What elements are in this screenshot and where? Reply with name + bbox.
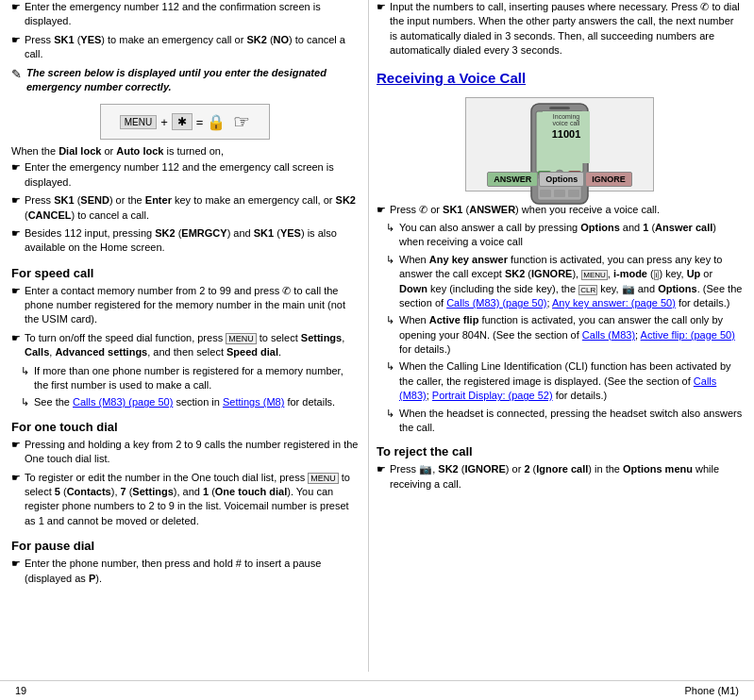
after-image-paragraph: When the Dial lock or Auto lock is turne… xyxy=(11,145,359,157)
hand-icon: ☞ xyxy=(233,110,250,133)
pause-dial-text-1: Enter the phone number, then press and h… xyxy=(25,557,359,586)
answer-bullet-icon-1: ☛ xyxy=(377,203,390,217)
menu-image-box: MENU + ✱ = 🔒 ☞ xyxy=(100,104,270,140)
speed-call-sub-2: ↳ See the Calls (M83) (page 50) section … xyxy=(11,395,359,409)
section-label: Phone (M1) xyxy=(685,685,739,696)
svg-rect-2 xyxy=(549,107,570,109)
left-column: ☛ Enter the emergency number 112 and the… xyxy=(0,0,368,672)
speed-call-text-1: Enter a contact memory number from 2 to … xyxy=(25,284,359,327)
phone-screen: Incoming voice call 11001 xyxy=(543,111,590,163)
pause-dial-bullet-1: ☛ Enter the phone number, then press and… xyxy=(11,557,359,586)
equals-sign: = xyxy=(196,115,204,129)
note-item-1: ✎ The screen below is displayed until yo… xyxy=(11,66,359,95)
menu-key: MENU xyxy=(120,115,157,129)
reject-bullet-icon-1: ☛ xyxy=(377,462,390,492)
one-touch-text-1: Pressing and holding a key from 2 to 9 c… xyxy=(25,438,359,467)
sub-icon-a1: ↳ xyxy=(386,221,399,250)
sub-icon-a4: ↳ xyxy=(386,359,399,403)
answer-sub-text-5: When the headset is connected, pressing … xyxy=(399,407,743,436)
bullet-icon-3: ☛ xyxy=(11,160,25,190)
lock-icon: 🔒 xyxy=(207,113,226,131)
calls-link-1[interactable]: Calls (M83) (page 50) xyxy=(73,396,173,408)
speed-call-bullet-icon-1: ☛ xyxy=(11,284,25,327)
reject-text-1: Press 📷, SK2 (IGNORE) or 2 (Ignore call)… xyxy=(390,462,743,492)
answer-sub-3: ↳ When Active flip function is activated… xyxy=(377,313,743,357)
svg-rect-9 xyxy=(568,190,579,197)
note-icon-1: ✎ xyxy=(11,66,26,95)
answer-sub-text-1: You can also answer a call by pressing O… xyxy=(399,221,743,250)
speed-call-heading: For speed call xyxy=(11,266,359,280)
one-touch-bullet-icon-1: ☛ xyxy=(11,438,25,467)
bullet-icon-5: ☛ xyxy=(11,226,25,256)
answer-bullet-1: ☛ Press ✆ or SK1 (ANSWER) when you recei… xyxy=(377,203,743,217)
bullet-text-1: Enter the emergency number 112 and the c… xyxy=(25,0,359,29)
answer-sub-text-3: When Active flip function is activated, … xyxy=(399,313,743,357)
phone-screen-buttons: ANSWER Options IGNORE xyxy=(470,172,649,187)
speed-call-text-2: To turn on/off the speed dial function, … xyxy=(25,331,359,360)
answer-sub-5: ↳ When the headset is connected, pressin… xyxy=(377,407,743,436)
options-button: Options xyxy=(539,172,584,187)
bullet-item-3: ☛ Enter the emergency number 112 and the… xyxy=(11,160,359,190)
settings-link-1[interactable]: Settings (M8) xyxy=(223,396,284,408)
ignore-button: IGNORE xyxy=(585,172,632,187)
speed-call-sub-text-1: If more than one phone number is registe… xyxy=(34,364,359,393)
note-text-1: The screen below is displayed until you … xyxy=(26,66,359,95)
bullet-item-1: ☛ Enter the emergency number 112 and the… xyxy=(11,0,359,29)
portrait-link[interactable]: Portrait Display: (page 52) xyxy=(432,390,553,401)
active-flip-link[interactable]: Active flip: (page 50) xyxy=(641,329,735,341)
bullet-icon-2: ☛ xyxy=(11,33,25,62)
bullet-item-4: ☛ Press SK1 (SEND) or the Enter key to m… xyxy=(11,193,359,223)
svg-rect-8 xyxy=(554,190,565,197)
bullet-icon-4: ☛ xyxy=(11,193,25,223)
bullet-text-2: Press SK1 (YES) to make an emergency cal… xyxy=(25,33,359,62)
answer-sub-4: ↳ When the Calling Line Identification (… xyxy=(377,359,743,403)
any-key-link[interactable]: Any key answer: (page 50) xyxy=(552,297,676,308)
page-footer: 19 Phone (M1) xyxy=(0,680,754,700)
answer-sub-1: ↳ You can also answer a call by pressing… xyxy=(377,221,743,250)
calls-link-2[interactable]: Calls (M83) (page 50) xyxy=(446,297,546,308)
one-touch-dial-heading: For one touch dial xyxy=(11,420,359,434)
incoming-call-title: Incoming voice call xyxy=(545,113,588,126)
speed-call-sub-text-2: See the Calls (M83) (page 50) section in… xyxy=(34,395,359,409)
receiving-voice-call-heading: Receiving a Voice Call xyxy=(377,70,743,86)
speed-call-bullet-1: ☛ Enter a contact memory number from 2 t… xyxy=(11,284,359,327)
answer-sub-text-4: When the Calling Line Identification (CL… xyxy=(399,359,743,403)
svg-rect-7 xyxy=(540,190,551,197)
one-touch-bullet-1: ☛ Pressing and holding a key from 2 to 9… xyxy=(11,438,359,467)
page-number: 19 xyxy=(15,685,26,696)
sub-icon-a2: ↳ xyxy=(386,253,399,311)
input-bullet-1: ☛ Input the numbers to call, inserting p… xyxy=(377,0,743,58)
sub-icon-a3: ↳ xyxy=(386,313,399,357)
speed-call-bullet-icon-2: ☛ xyxy=(11,331,25,360)
one-touch-bullet-2: ☛ To register or edit the number in the … xyxy=(11,471,359,529)
plus-sign: + xyxy=(160,115,168,129)
sub-icon-a5: ↳ xyxy=(386,407,399,436)
right-column: ☛ Input the numbers to call, inserting p… xyxy=(368,0,754,672)
input-bullet-icon-1: ☛ xyxy=(377,0,390,58)
menu-image-inner: MENU + ✱ = 🔒 ☞ xyxy=(110,110,260,133)
bullet-text-3: Enter the emergency number 112 and the e… xyxy=(25,160,359,190)
one-touch-bullet-icon-2: ☛ xyxy=(11,471,25,529)
reject-bullet-1: ☛ Press 📷, SK2 (IGNORE) or 2 (Ignore cal… xyxy=(377,462,743,492)
pause-dial-heading: For pause dial xyxy=(11,539,359,553)
star-key: ✱ xyxy=(172,113,193,130)
answer-sub-text-2: When Any key answer function is activate… xyxy=(399,253,743,311)
phone-image-box: Incoming voice call 11001 ANSWER Options… xyxy=(465,97,654,192)
answer-button: ANSWER xyxy=(487,172,538,187)
bullet-item-2: ☛ Press SK1 (YES) to make an emergency c… xyxy=(11,33,359,62)
bullet-icon-1: ☛ xyxy=(11,0,25,29)
speed-call-sub-1: ↳ If more than one phone number is regis… xyxy=(11,364,359,393)
one-touch-text-2: To register or edit the number in the On… xyxy=(25,471,359,529)
calls-link-3[interactable]: Calls (M83) xyxy=(582,329,635,341)
answer-sub-2: ↳ When Any key answer function is activa… xyxy=(377,253,743,311)
sub-icon-1: ↳ xyxy=(21,364,34,393)
reject-call-heading: To reject the call xyxy=(377,444,743,458)
input-text-1: Input the numbers to call, inserting pau… xyxy=(390,0,743,58)
answer-text-1: Press ✆ or SK1 (ANSWER) when you receive… xyxy=(390,203,743,217)
bullet-text-4: Press SK1 (SEND) or the Enter key to mak… xyxy=(25,193,359,223)
pause-dial-bullet-icon-1: ☛ xyxy=(11,557,25,586)
bullet-item-5: ☛ Besides 112 input, pressing SK2 (EMRGC… xyxy=(11,226,359,256)
speed-call-bullet-2: ☛ To turn on/off the speed dial function… xyxy=(11,331,359,360)
bullet-text-5: Besides 112 input, pressing SK2 (EMRGCY)… xyxy=(25,226,359,256)
incoming-call-number: 11001 xyxy=(545,128,588,140)
